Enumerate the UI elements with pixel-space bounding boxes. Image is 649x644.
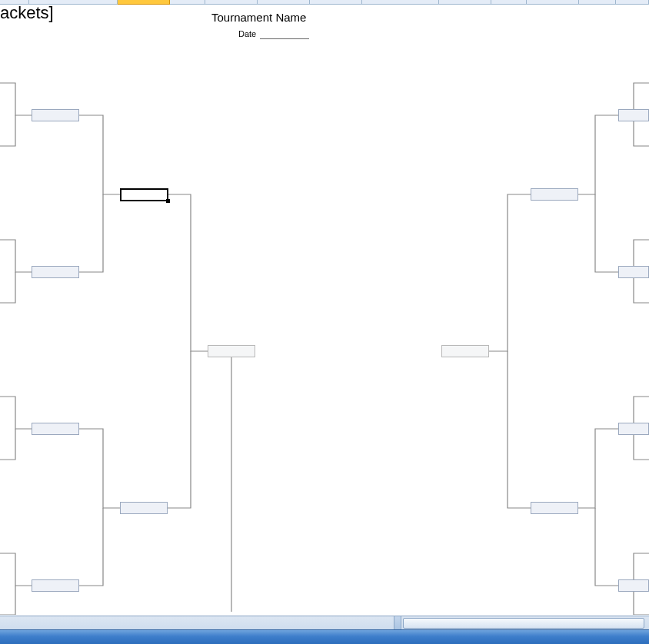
bracket-cell-left_r1-1[interactable]: [32, 266, 79, 278]
bracket-cell-left_r2-0[interactable]: [120, 188, 168, 201]
bracket-cell-left_r1-2[interactable]: [32, 423, 79, 435]
bracket-cell-left_r1-0[interactable]: [32, 109, 79, 121]
bracket-cell-right_r3-0[interactable]: [441, 345, 489, 357]
bracket-cell-right_r2-0[interactable]: [531, 188, 578, 201]
date-label: Date: [238, 29, 256, 38]
tournament-name-label: Tournament Name: [211, 11, 306, 24]
date-underline: [260, 38, 309, 39]
bracket-cell-right_r2-1[interactable]: [531, 502, 578, 514]
bracket-cell-right_r1-3[interactable]: [618, 579, 649, 592]
scrollbar-thumb[interactable]: [403, 618, 644, 629]
bracket-cell-right_r1-2[interactable]: [618, 423, 649, 435]
page-title-fragment: ackets]: [0, 3, 54, 23]
column-headers: [0, 0, 649, 5]
bracket-cell-left_r1-3[interactable]: [32, 579, 79, 592]
scrollbar-splitter[interactable]: [394, 616, 401, 630]
selection-handle[interactable]: [166, 199, 170, 203]
bracket-cell-left_r3-0[interactable]: [208, 345, 255, 357]
status-bar: [0, 629, 649, 644]
horizontal-scrollbar[interactable]: [0, 616, 649, 630]
bracket-cell-right_r1-1[interactable]: [618, 266, 649, 278]
bracket-cell-right_r1-0[interactable]: [618, 109, 649, 121]
bracket-lines: [0, 0, 649, 615]
bracket-cell-left_r2-1[interactable]: [120, 502, 168, 514]
